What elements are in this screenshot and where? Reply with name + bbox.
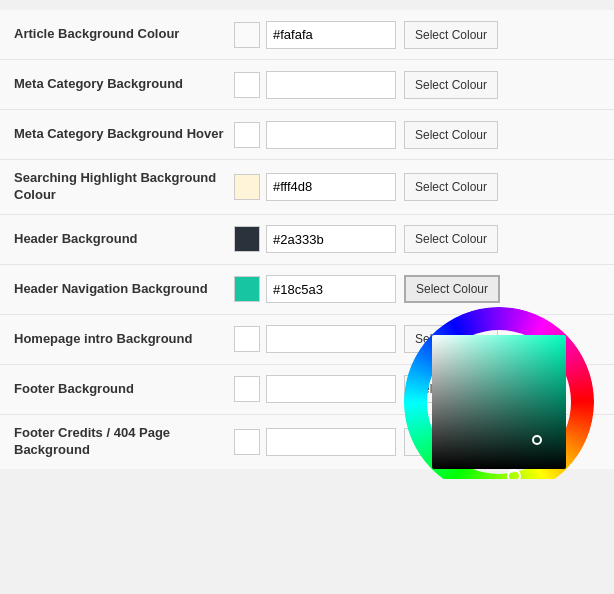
label-meta-cat-bg-hover: Meta Category Background Hover: [14, 126, 234, 143]
color-picker-popup-header-nav-bg[interactable]: [404, 307, 594, 478]
settings-row-header-bg: Header BackgroundSelect Colour: [0, 215, 614, 265]
swatch-header-bg: [234, 226, 260, 252]
label-header-bg: Header Background: [14, 231, 234, 248]
label-homepage-intro-bg: Homepage intro Background: [14, 331, 234, 348]
swatch-homepage-intro-bg: [234, 326, 260, 352]
color-input-footer-credits-bg[interactable]: [266, 428, 396, 456]
select-colour-button-article-bg[interactable]: Select Colour: [404, 21, 498, 49]
label-search-highlight: Searching Highlight Background Colour: [14, 170, 234, 204]
settings-row-article-bg: Article Background ColourSelect Colour: [0, 10, 614, 60]
select-colour-button-meta-cat-bg[interactable]: Select Colour: [404, 71, 498, 99]
label-footer-credits-bg: Footer Credits / 404 Page Background: [14, 425, 234, 459]
select-colour-button-header-bg[interactable]: Select Colour: [404, 225, 498, 253]
picker-wrapper-article-bg: Select Colour: [404, 21, 498, 49]
saturation-canvas[interactable]: [432, 335, 566, 469]
picker-wrapper-meta-cat-bg-hover: Select Colour: [404, 121, 498, 149]
picker-wrapper-search-highlight: Select Colour: [404, 173, 498, 201]
swatch-meta-cat-bg-hover: [234, 122, 260, 148]
settings-row-search-highlight: Searching Highlight Background ColourSel…: [0, 160, 614, 215]
color-input-header-nav-bg[interactable]: [266, 275, 396, 303]
swatch-footer-bg: [234, 376, 260, 402]
swatch-header-nav-bg: [234, 276, 260, 302]
swatch-search-highlight: [234, 174, 260, 200]
picker-wrapper-header-nav-bg: Select Colour: [404, 275, 500, 303]
select-colour-button-header-nav-bg[interactable]: Select Colour: [404, 275, 500, 303]
saturation-box[interactable]: [432, 335, 566, 469]
select-colour-button-meta-cat-bg-hover[interactable]: Select Colour: [404, 121, 498, 149]
color-input-footer-bg[interactable]: [266, 375, 396, 403]
settings-table: Article Background ColourSelect ColourMe…: [0, 10, 614, 469]
label-header-nav-bg: Header Navigation Background: [14, 281, 234, 298]
settings-row-header-nav-bg: Header Navigation BackgroundSelect Colou…: [0, 265, 614, 315]
swatch-meta-cat-bg: [234, 72, 260, 98]
color-input-search-highlight[interactable]: [266, 173, 396, 201]
label-article-bg: Article Background Colour: [14, 26, 234, 43]
swatch-article-bg: [234, 22, 260, 48]
picker-wrapper-header-bg: Select Colour: [404, 225, 498, 253]
color-input-article-bg[interactable]: [266, 21, 396, 49]
select-colour-button-search-highlight[interactable]: Select Colour: [404, 173, 498, 201]
label-meta-cat-bg: Meta Category Background: [14, 76, 234, 93]
swatch-footer-credits-bg: [234, 429, 260, 455]
picker-wrapper-meta-cat-bg: Select Colour: [404, 71, 498, 99]
color-input-header-bg[interactable]: [266, 225, 396, 253]
color-input-meta-cat-bg-hover[interactable]: [266, 121, 396, 149]
settings-row-meta-cat-bg: Meta Category BackgroundSelect Colour: [0, 60, 614, 110]
color-input-meta-cat-bg[interactable]: [266, 71, 396, 99]
settings-row-meta-cat-bg-hover: Meta Category Background HoverSelect Col…: [0, 110, 614, 160]
color-input-homepage-intro-bg[interactable]: [266, 325, 396, 353]
label-footer-bg: Footer Background: [14, 381, 234, 398]
